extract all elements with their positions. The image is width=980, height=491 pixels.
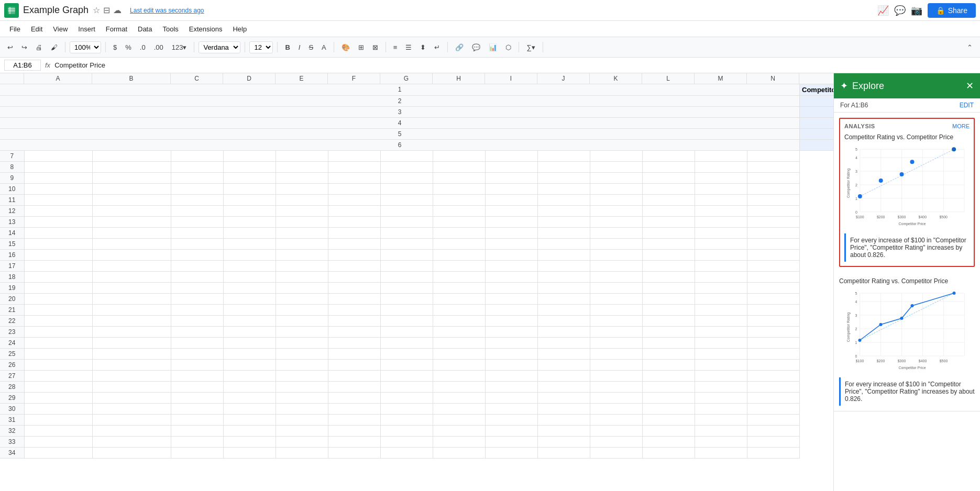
cell-l34[interactable] [642, 448, 695, 459]
cell-l10[interactable] [642, 184, 695, 195]
cell-g19[interactable] [380, 283, 433, 294]
cell-n21[interactable] [747, 305, 799, 316]
cell-c21[interactable] [171, 305, 223, 316]
strikethrough-button[interactable]: S [305, 41, 316, 53]
cell-n7[interactable] [747, 151, 799, 162]
cell-m22[interactable] [695, 316, 747, 327]
wrap-button[interactable]: ↵ [431, 41, 443, 53]
cell-a34[interactable] [24, 448, 92, 459]
cell-k25[interactable] [590, 349, 642, 360]
cell-e21[interactable] [276, 305, 328, 316]
cell-i10[interactable] [485, 184, 537, 195]
cell-n11[interactable] [747, 195, 799, 206]
cell-d7[interactable] [223, 151, 276, 162]
explore-edit-link[interactable]: EDIT [960, 102, 974, 109]
cell-b22[interactable] [92, 316, 171, 327]
cell-c13[interactable] [171, 217, 223, 228]
cell-e26[interactable] [276, 360, 328, 371]
cell-b19[interactable] [92, 283, 171, 294]
cell-f26[interactable] [328, 360, 380, 371]
cell-h26[interactable] [433, 360, 485, 371]
cell-a10[interactable] [24, 184, 92, 195]
cell-n9[interactable] [747, 173, 799, 184]
cell-f14[interactable] [328, 228, 380, 239]
cell-i34[interactable] [485, 448, 537, 459]
cell-e31[interactable] [276, 415, 328, 426]
cell-n12[interactable] [747, 206, 799, 217]
cell-g18[interactable] [380, 272, 433, 283]
cell-d17[interactable] [223, 261, 276, 272]
cell-l15[interactable] [642, 239, 695, 250]
cell-g12[interactable] [380, 206, 433, 217]
decimal-dec-button[interactable]: .0 [137, 41, 149, 53]
cell-g33[interactable] [380, 437, 433, 448]
cell-a26[interactable] [24, 360, 92, 371]
cell-e32[interactable] [276, 426, 328, 437]
cell-l21[interactable] [642, 305, 695, 316]
cell-j30[interactable] [537, 404, 590, 415]
cell-h22[interactable] [433, 316, 485, 327]
cell-f27[interactable] [328, 371, 380, 382]
cell-f8[interactable] [328, 162, 380, 173]
cell-b33[interactable] [92, 437, 171, 448]
cell-e22[interactable] [276, 316, 328, 327]
cell-c29[interactable] [171, 393, 223, 404]
menu-help[interactable]: Help [227, 23, 252, 35]
cell-h34[interactable] [433, 448, 485, 459]
cell-d32[interactable] [223, 426, 276, 437]
cell-h28[interactable] [433, 382, 485, 393]
cell-f7[interactable] [328, 151, 380, 162]
cell-k16[interactable] [590, 250, 642, 261]
cell-c17[interactable] [171, 261, 223, 272]
cell-a5[interactable]: $550 [800, 128, 834, 139]
cell-k11[interactable] [590, 195, 642, 206]
cell-m32[interactable] [695, 426, 747, 437]
cell-e24[interactable] [276, 338, 328, 349]
cell-c18[interactable] [171, 272, 223, 283]
cell-e16[interactable] [276, 250, 328, 261]
cell-n8[interactable] [747, 162, 799, 173]
cell-e30[interactable] [276, 404, 328, 415]
cell-j32[interactable] [537, 426, 590, 437]
cell-d13[interactable] [223, 217, 276, 228]
cell-a9[interactable] [24, 173, 92, 184]
cell-a7[interactable] [24, 151, 92, 162]
cell-k30[interactable] [590, 404, 642, 415]
cell-a32[interactable] [24, 426, 92, 437]
cell-d10[interactable] [223, 184, 276, 195]
cell-l33[interactable] [642, 437, 695, 448]
cell-b18[interactable] [92, 272, 171, 283]
cell-a4[interactable]: $350 [800, 117, 834, 128]
cell-b25[interactable] [92, 349, 171, 360]
cell-k10[interactable] [590, 184, 642, 195]
cell-l25[interactable] [642, 349, 695, 360]
cell-g28[interactable] [380, 382, 433, 393]
cell-e7[interactable] [276, 151, 328, 162]
cell-d19[interactable] [223, 283, 276, 294]
cell-i9[interactable] [485, 173, 537, 184]
cell-f18[interactable] [328, 272, 380, 283]
cell-f9[interactable] [328, 173, 380, 184]
cell-h13[interactable] [433, 217, 485, 228]
cell-h33[interactable] [433, 437, 485, 448]
print-button[interactable]: 🖨 [32, 41, 46, 53]
cell-e17[interactable] [276, 261, 328, 272]
cell-d11[interactable] [223, 195, 276, 206]
cell-i25[interactable] [485, 349, 537, 360]
cell-a25[interactable] [24, 349, 92, 360]
cell-e27[interactable] [276, 371, 328, 382]
cell-f19[interactable] [328, 283, 380, 294]
cell-g29[interactable] [380, 393, 433, 404]
collapse-toolbar-button[interactable]: ⌃ [964, 41, 976, 53]
cell-g13[interactable] [380, 217, 433, 228]
cell-i8[interactable] [485, 162, 537, 173]
cell-i13[interactable] [485, 217, 537, 228]
cell-b27[interactable] [92, 371, 171, 382]
cell-b8[interactable] [92, 162, 171, 173]
col-header-a[interactable]: A [24, 73, 92, 84]
cell-m28[interactable] [695, 382, 747, 393]
cell-i24[interactable] [485, 338, 537, 349]
grid-container[interactable]: 1 Competitor Price Competitor Rating [0, 84, 833, 491]
cell-c19[interactable] [171, 283, 223, 294]
cell-c25[interactable] [171, 349, 223, 360]
